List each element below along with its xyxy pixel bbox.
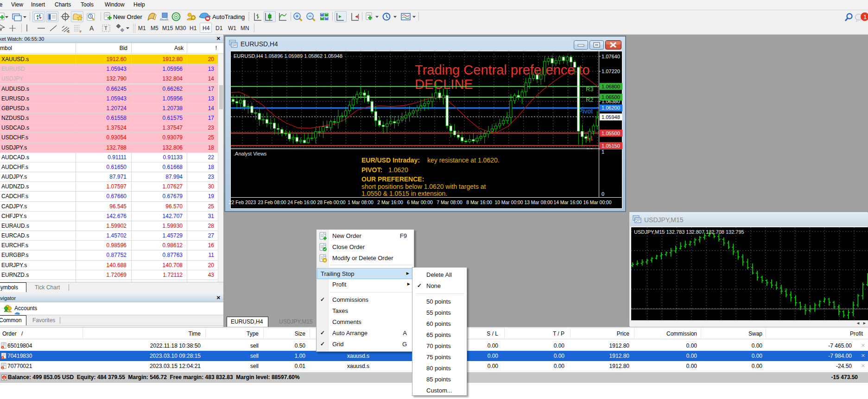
svg-text:short positions below 1.0620 w: short positions below 1.0620 with target… xyxy=(361,183,486,190)
svg-text:1.0620: 1.0620 xyxy=(388,166,408,174)
svg-text:R3: R3 xyxy=(586,86,594,93)
svg-text:PIVOT:: PIVOT: xyxy=(361,166,382,174)
svg-text:Trading Central preference to: Trading Central preference to xyxy=(415,62,590,77)
svg-text:.Analyst Views: .Analyst Views xyxy=(234,151,267,156)
svg-text:6 Mar 00:00: 6 Mar 00:00 xyxy=(407,200,433,205)
svg-text:16 Mar 00:00: 16 Mar 00:00 xyxy=(583,200,611,205)
svg-text:1.05500: 1.05500 xyxy=(602,131,620,136)
svg-text:10 Mar 00:00: 10 Mar 00:00 xyxy=(494,200,523,205)
svg-text:0: 0 xyxy=(602,191,604,197)
svg-text:OUR PREFERENCE:: OUR PREFERENCE: xyxy=(361,175,424,183)
svg-text:28 Feb 00:00: 28 Feb 00:00 xyxy=(317,200,345,205)
svg-text:23 Feb 08:00: 23 Feb 08:00 xyxy=(258,200,286,205)
svg-text:1.05150: 1.05150 xyxy=(602,143,620,149)
svg-text:1 Mar 08:00: 1 Mar 08:00 xyxy=(348,200,374,205)
svg-text:1.07220: 1.07220 xyxy=(602,69,620,74)
svg-text:EUR/USD Intraday:: EUR/USD Intraday: xyxy=(361,156,420,164)
svg-text:USDJPY,M15 132.783 132.807 13: USDJPY,M15 132.783 132.807 132.708 132.7… xyxy=(634,229,744,235)
svg-text:DECLINE: DECLINE xyxy=(415,77,473,92)
svg-text:13 Mar 08:00: 13 Mar 08:00 xyxy=(524,200,552,205)
svg-text:1.06800: 1.06800 xyxy=(602,84,620,89)
svg-text:1.07640: 1.07640 xyxy=(602,54,620,59)
svg-text:Pivot: Pivot xyxy=(578,107,593,115)
svg-text:7 Mar 08:00: 7 Mar 08:00 xyxy=(437,200,463,205)
svg-text:key resistance at 1.0620.: key resistance at 1.0620. xyxy=(427,156,500,164)
svg-text:R2: R2 xyxy=(586,96,594,103)
svg-text:24 Feb 16:00: 24 Feb 16:00 xyxy=(287,200,316,205)
svg-text:1.0550 & 1.0515 in extension.: 1.0550 & 1.0515 in extension. xyxy=(361,190,447,197)
svg-text:22 Feb 2023: 22 Feb 2023 xyxy=(229,200,256,205)
svg-text:2 Mar 16:00: 2 Mar 16:00 xyxy=(377,200,403,205)
svg-text:14 Mar 16:00: 14 Mar 16:00 xyxy=(553,200,582,205)
svg-text:1: 1 xyxy=(602,149,604,155)
svg-text:1.05948: 1.05948 xyxy=(602,114,620,120)
svg-text:8 Mar 16:00: 8 Mar 16:00 xyxy=(466,200,492,205)
svg-text:EURUSD,H4 1.05896 1.05989 1.0: EURUSD,H4 1.05896 1.05989 1.05862 1.0594… xyxy=(234,53,342,59)
svg-text:1.06200: 1.06200 xyxy=(602,105,620,111)
svg-text:1.06500: 1.06500 xyxy=(602,94,620,100)
